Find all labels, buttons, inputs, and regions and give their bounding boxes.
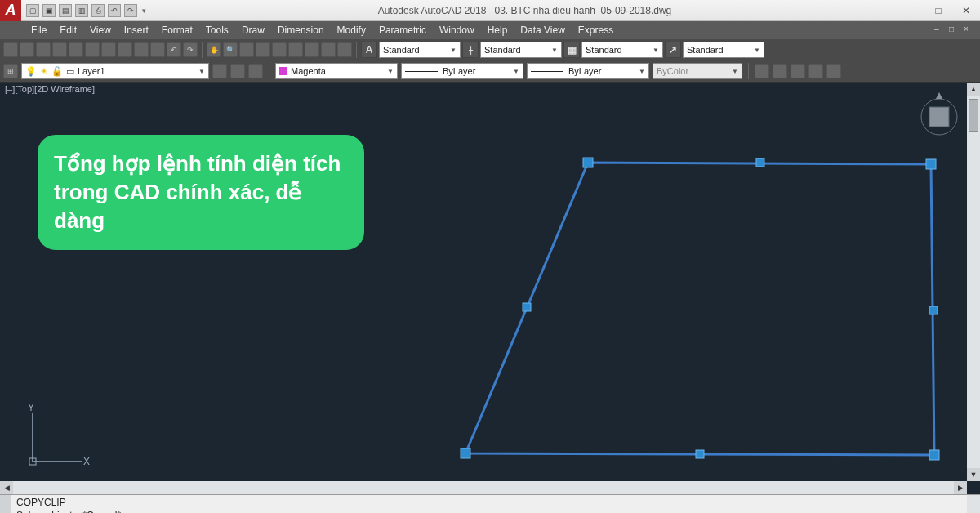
- menu-modify[interactable]: Modify: [331, 21, 372, 39]
- tool-mass-icon[interactable]: [288, 42, 303, 57]
- tool-paste-icon[interactable]: [118, 42, 132, 57]
- scroll-up-icon[interactable]: ▲: [967, 83, 980, 96]
- vertical-scrollbar[interactable]: ▲ ▼: [967, 83, 980, 481]
- doc-min-icon[interactable]: –: [934, 25, 946, 36]
- menu-dimension[interactable]: Dimension: [271, 21, 331, 39]
- toolbar-row-2: ⊞ 💡 ☀ 🔓 ▭ Layer1 ▼ Magenta ▼ ByLayer ▼ B…: [0, 60, 980, 82]
- layer-sun-icon: ☀: [40, 66, 48, 77]
- plotstyle-dropdown[interactable]: ByColor ▼: [653, 63, 742, 79]
- sync-block-icon[interactable]: [826, 64, 841, 78]
- menu-parametric[interactable]: Parametric: [372, 21, 433, 39]
- svg-text:X: X: [83, 456, 90, 467]
- layer-match-icon[interactable]: [212, 64, 227, 78]
- command-body[interactable]: COPYCLIP Select objects: *Cancel*: [11, 495, 967, 513]
- tool-area-icon[interactable]: [256, 42, 270, 57]
- menu-tools[interactable]: Tools: [199, 21, 235, 39]
- layer-prev-icon[interactable]: [230, 64, 245, 78]
- close-button[interactable]: ✕: [952, 2, 980, 20]
- viewport-label[interactable]: [–][Top][2D Wireframe]: [5, 84, 95, 94]
- tool-block-icon[interactable]: [150, 42, 165, 57]
- menu-edit[interactable]: Edit: [53, 21, 83, 39]
- tablestyle-dropdown[interactable]: Standard▼: [581, 42, 663, 58]
- command-handle[interactable]: [0, 495, 11, 513]
- menu-insert[interactable]: Insert: [118, 21, 155, 39]
- menu-dataview[interactable]: Data View: [514, 21, 571, 39]
- mleader-style-icon[interactable]: ↗: [665, 42, 681, 58]
- scroll-right-icon[interactable]: ▶: [954, 481, 967, 494]
- linetype-dropdown[interactable]: ByLayer ▼: [401, 63, 523, 79]
- mleaderstyle-value: Standard: [687, 45, 724, 55]
- insert-block-icon[interactable]: [755, 64, 769, 78]
- selected-polyline[interactable]: [441, 146, 964, 473]
- command-history: COPYCLIP: [16, 497, 962, 510]
- doc-max-icon[interactable]: □: [949, 25, 960, 36]
- window-controls: — □ ✕: [897, 2, 980, 20]
- tool-open-icon[interactable]: [20, 42, 34, 57]
- horizontal-scrollbar[interactable]: ◀ ▶: [0, 481, 967, 494]
- tool-calc-icon[interactable]: [337, 42, 352, 57]
- svg-rect-7: [461, 448, 470, 458]
- annotate-text-icon[interactable]: A: [361, 42, 377, 58]
- tool-cut-icon[interactable]: [85, 42, 100, 57]
- quick-access-toolbar: ▢ ▣ ▤ ▥ ⎙ ↶ ↷ ▾: [21, 4, 153, 17]
- tool-id-icon[interactable]: [321, 42, 336, 57]
- app-name: Autodesk AutoCAD 2018: [378, 5, 487, 16]
- layer-print-icon: ▭: [66, 66, 74, 77]
- create-block-icon[interactable]: [773, 64, 787, 78]
- doc-close-icon[interactable]: ×: [964, 25, 975, 36]
- menu-draw[interactable]: Draw: [235, 21, 271, 39]
- layer-dropdown[interactable]: 💡 ☀ 🔓 ▭ Layer1 ▼: [21, 63, 209, 79]
- tool-match-icon[interactable]: [134, 42, 149, 57]
- layer-iso-icon[interactable]: [248, 64, 263, 78]
- tool-print-icon[interactable]: [52, 42, 67, 57]
- textstyle-dropdown-1[interactable]: Standard▼: [379, 42, 461, 58]
- menu-format[interactable]: Format: [155, 21, 199, 39]
- dim-style-icon[interactable]: ⟊: [462, 42, 479, 58]
- drawing-canvas[interactable]: [–][Top][2D Wireframe] Tổng hợp lệnh tín…: [0, 83, 980, 494]
- mleaderstyle-dropdown[interactable]: Standard▼: [683, 42, 764, 58]
- scroll-down-icon[interactable]: ▼: [967, 468, 980, 481]
- tool-save-icon[interactable]: [36, 42, 51, 57]
- edit-block-icon[interactable]: [791, 64, 805, 78]
- qat-save-icon[interactable]: ▤: [59, 4, 72, 17]
- qat-saveas-icon[interactable]: ▥: [75, 4, 88, 17]
- command-scrollbar[interactable]: [967, 495, 980, 513]
- tool-undo-icon[interactable]: ↶: [167, 42, 181, 57]
- dimstyle-dropdown[interactable]: Standard▼: [480, 42, 562, 58]
- scroll-thumb[interactable]: [969, 99, 978, 132]
- tool-copy-icon[interactable]: [101, 42, 116, 57]
- maximize-button[interactable]: □: [924, 2, 952, 20]
- menu-window[interactable]: Window: [433, 21, 481, 39]
- qat-redo-icon[interactable]: ↷: [124, 4, 137, 17]
- color-dropdown[interactable]: Magenta ▼: [275, 63, 398, 79]
- menu-express[interactable]: Express: [572, 21, 620, 39]
- table-style-icon[interactable]: ▦: [564, 42, 580, 58]
- command-line[interactable]: COPYCLIP Select objects: *Cancel*: [0, 494, 980, 513]
- tool-pan-icon[interactable]: ✋: [207, 42, 221, 57]
- viewcube[interactable]: [918, 91, 960, 140]
- attr-block-icon[interactable]: [808, 64, 823, 78]
- tool-zoom-icon[interactable]: 🔍: [223, 42, 238, 57]
- qat-print-icon[interactable]: ⎙: [91, 4, 105, 17]
- menu-file[interactable]: File: [24, 21, 53, 39]
- tool-plot-icon[interactable]: [69, 42, 83, 57]
- qat-undo-icon[interactable]: ↶: [108, 4, 121, 17]
- menu-help[interactable]: Help: [481, 21, 514, 39]
- tool-new-icon[interactable]: [3, 42, 18, 57]
- svg-text:Y: Y: [28, 404, 34, 413]
- tool-redo-icon[interactable]: ↷: [183, 42, 198, 57]
- tool-region-icon[interactable]: [272, 42, 287, 57]
- tool-dist-icon[interactable]: [239, 42, 254, 57]
- minimize-button[interactable]: —: [897, 2, 924, 20]
- qat-new-icon[interactable]: ▢: [26, 4, 39, 17]
- menu-view[interactable]: View: [83, 21, 118, 39]
- qat-open-icon[interactable]: ▣: [42, 4, 56, 17]
- app-logo[interactable]: A: [0, 0, 21, 21]
- qat-overflow-icon[interactable]: ▾: [140, 7, 148, 15]
- layer-props-icon[interactable]: ⊞: [3, 64, 18, 78]
- lineweight-dropdown[interactable]: ByLayer ▼: [527, 63, 649, 79]
- scroll-left-icon[interactable]: ◀: [0, 481, 13, 494]
- svg-rect-6: [929, 450, 939, 460]
- tool-list-icon[interactable]: [305, 42, 319, 57]
- svg-marker-2: [936, 92, 942, 99]
